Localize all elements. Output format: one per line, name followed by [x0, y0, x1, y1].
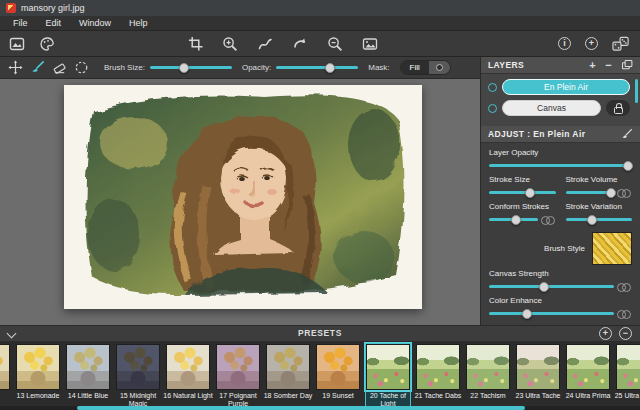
link-icon[interactable] — [617, 310, 632, 318]
zoom-out-button[interactable] — [326, 35, 344, 53]
move-tool-button[interactable] — [6, 59, 24, 77]
duplicate-layer-button[interactable] — [621, 59, 633, 71]
randomize-button[interactable] — [612, 35, 630, 53]
slider-handle[interactable] — [539, 282, 549, 292]
slider-handle[interactable] — [522, 309, 532, 319]
layer-item-en-plein-air[interactable]: En Plein Air — [502, 79, 630, 95]
slider-handle[interactable] — [606, 188, 616, 198]
menu-file[interactable]: File — [4, 18, 37, 28]
preset-thumbnail[interactable] — [16, 344, 60, 390]
menu-window[interactable]: Window — [70, 18, 120, 28]
preset-thumbnail[interactable] — [466, 344, 510, 390]
slider-handle[interactable] — [511, 215, 521, 225]
zoom-presets-out-button[interactable]: − — [619, 327, 632, 340]
brush-tool-button[interactable] — [28, 59, 46, 77]
image-icon — [362, 36, 378, 52]
preset-item[interactable]: 18 Somber Day — [266, 344, 310, 410]
open-image-button[interactable] — [8, 35, 26, 53]
zoom-presets-in-button[interactable]: + — [599, 327, 612, 340]
preset-thumbnail[interactable] — [316, 344, 360, 390]
preset-thumbnail[interactable] — [66, 344, 110, 390]
eraser-tool-button[interactable] — [50, 59, 68, 77]
slider-handle[interactable] — [179, 63, 189, 73]
layer-row: En Plein Air — [488, 79, 630, 95]
palette-button[interactable] — [38, 35, 56, 53]
mask-fill-segment[interactable]: Fill — [401, 61, 429, 74]
slider-track[interactable] — [566, 218, 633, 221]
preset-item[interactable]: 14 Little Blue — [66, 344, 110, 410]
preset-thumbnail[interactable] — [266, 344, 310, 390]
preset-thumbnail[interactable] — [416, 344, 460, 390]
artwork-canvas[interactable] — [64, 85, 422, 309]
preset-thumbnail[interactable] — [616, 344, 640, 390]
image-view-button[interactable] — [361, 35, 379, 53]
slider-track[interactable] — [489, 285, 614, 288]
preset-item[interactable]: 16 Natural Light — [166, 344, 210, 410]
slider-handle[interactable] — [587, 215, 597, 225]
preset-thumbnail[interactable] — [166, 344, 210, 390]
slider-track[interactable] — [276, 66, 358, 69]
brush-size-slider[interactable] — [150, 62, 232, 73]
preset-item[interactable]: 25 Ultra Stroke — [616, 344, 640, 410]
mask-brush-segment[interactable] — [429, 61, 450, 74]
smudge-button[interactable] — [256, 35, 274, 53]
preset-item[interactable]: 17 Poignant Purple — [216, 344, 260, 410]
preset-item[interactable]: 22 Tachism — [466, 344, 510, 410]
color-enhance-slider[interactable] — [489, 308, 614, 319]
opacity-label: Opacity: — [242, 63, 271, 72]
remove-layer-button[interactable]: − — [605, 60, 612, 71]
slider-track[interactable] — [489, 164, 632, 167]
preset-item[interactable]: 21 Tache Dabs — [416, 344, 460, 410]
preset-item[interactable]: 19 Sunset — [316, 344, 360, 410]
brush-style-thumbnail[interactable] — [592, 232, 632, 265]
link-icon[interactable] — [541, 216, 556, 224]
scrollbar-thumb[interactable] — [77, 406, 525, 410]
link-icon[interactable] — [617, 283, 632, 291]
preset-thumbnail[interactable] — [366, 344, 410, 390]
marquee-tool-button[interactable] — [72, 59, 90, 77]
preset-item[interactable]: 20 Tache of Light — [366, 344, 410, 410]
info-button[interactable]: i — [558, 37, 571, 50]
slider-handle[interactable] — [623, 161, 633, 171]
preset-label: 23 Ultra Tache — [513, 392, 563, 400]
preset-item[interactable]: 15 Midnight Magic — [116, 344, 160, 410]
preset-item[interactable]: 23 Ultra Tache — [516, 344, 560, 410]
presets-scrollbar[interactable] — [0, 406, 640, 410]
conform-strokes-slider[interactable] — [489, 214, 538, 225]
layer-lock-button[interactable] — [606, 100, 630, 116]
zoom-in-button[interactable] — [221, 35, 239, 53]
link-icon[interactable] — [617, 189, 632, 197]
stroke-variation-slider[interactable] — [566, 214, 633, 225]
layer-visibility-toggle[interactable] — [488, 104, 497, 113]
menubar: File Edit Window Help — [0, 16, 640, 31]
collapse-presets-button[interactable] — [8, 329, 16, 337]
slider-handle[interactable] — [325, 63, 335, 73]
preset-thumbnail[interactable] — [516, 344, 560, 390]
slider-track[interactable] — [489, 191, 556, 194]
preset-item[interactable]: 13 Lemonade — [16, 344, 60, 410]
layers-scrollbar[interactable] — [635, 79, 638, 103]
preset-item[interactable]: 24 Ultra Prima — [566, 344, 610, 410]
stroke-size-slider[interactable] — [489, 187, 556, 198]
menu-edit[interactable]: Edit — [37, 18, 71, 28]
opacity-slider[interactable] — [276, 62, 358, 73]
layer-visibility-toggle[interactable] — [488, 83, 497, 92]
preset-item[interactable]: e — [0, 344, 10, 410]
preset-thumbnail[interactable] — [566, 344, 610, 390]
layer-opacity-slider[interactable] — [489, 160, 632, 171]
canvas-strength-slider[interactable] — [489, 281, 614, 292]
preset-thumbnail[interactable] — [216, 344, 260, 390]
layer-item-canvas[interactable]: Canvas — [502, 100, 601, 116]
redo-button[interactable] — [291, 35, 309, 53]
slider-handle[interactable] — [525, 188, 535, 198]
add-button[interactable]: + — [585, 37, 598, 50]
adjust-presets-button[interactable] — [620, 128, 633, 141]
slider-track[interactable] — [489, 312, 614, 315]
menu-help[interactable]: Help — [120, 18, 157, 28]
preset-thumbnail[interactable] — [116, 344, 160, 390]
add-layer-button[interactable]: + — [589, 60, 596, 71]
stroke-volume-slider[interactable] — [566, 187, 615, 198]
preset-thumbnail[interactable] — [0, 344, 10, 390]
crop-button[interactable] — [186, 35, 204, 53]
slider-track[interactable] — [150, 66, 232, 69]
